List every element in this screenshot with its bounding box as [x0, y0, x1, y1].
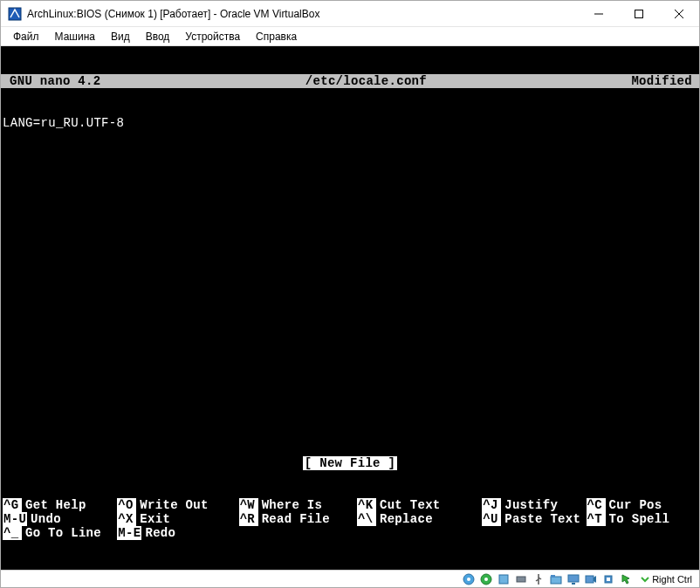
nano-modified: Modified [631, 74, 696, 88]
svg-point-6 [467, 578, 470, 581]
minimize-button[interactable] [579, 1, 619, 27]
menu-view[interactable]: Вид [104, 29, 137, 44]
menu-input[interactable]: Ввод [139, 29, 177, 44]
display-icon[interactable] [566, 572, 580, 586]
host-key-label: Right Ctrl [652, 574, 692, 585]
window-title: ArchLinux:BIOS (Снимок 1) [Работает] - O… [27, 8, 579, 20]
maximize-button[interactable] [619, 1, 659, 27]
guest-terminal[interactable]: GNU nano 4.2 /etc/locale.conf Modified L… [1, 46, 699, 570]
svg-point-8 [484, 578, 488, 581]
cmd-to-spell: ^TTo Spell [587, 512, 697, 526]
menu-devices[interactable]: Устройства [178, 29, 247, 44]
shared-folders-icon[interactable] [549, 572, 563, 586]
svg-rect-14 [572, 583, 575, 585]
audio-icon[interactable] [497, 572, 511, 586]
svg-rect-11 [551, 577, 561, 584]
cmd-read-file: ^RRead File [239, 512, 357, 526]
nano-line-1: LANG=ru_RU.UTF-8 [3, 116, 124, 130]
recording-icon[interactable] [584, 572, 598, 586]
menubar: Файл Машина Вид Ввод Устройства Справка [1, 27, 699, 46]
svg-rect-9 [499, 575, 508, 584]
menu-machine[interactable]: Машина [48, 29, 102, 44]
svg-rect-13 [568, 575, 579, 582]
window-titlebar: ArchLinux:BIOS (Снимок 1) [Работает] - O… [1, 1, 699, 27]
network-icon[interactable] [514, 572, 528, 586]
optical-icon[interactable] [479, 572, 493, 586]
cmd-where-is: ^WWhere Is [239, 498, 357, 512]
cmd-exit: ^XExit [117, 512, 238, 526]
nano-status: [ New File ] [1, 456, 699, 470]
cmd-redo: M-ERedo [117, 526, 238, 540]
cpu-icon[interactable] [601, 572, 615, 586]
cmd-write-out: ^OWrite Out [117, 498, 238, 512]
svg-rect-17 [607, 578, 610, 581]
cmd-cut-text: ^KCut Text [357, 498, 482, 512]
usb-icon[interactable] [532, 572, 546, 586]
nano-version: GNU nano 4.2 [4, 74, 100, 88]
cmd-undo: M-UUndo [3, 512, 117, 526]
keyboard-down-icon [640, 574, 650, 585]
cmd-go-to-line: ^_Go To Line [3, 526, 117, 540]
nano-header: GNU nano 4.2 /etc/locale.conf Modified [1, 74, 699, 88]
cmd-paste-text: ^UPaste Text [482, 512, 586, 526]
svg-rect-15 [586, 576, 594, 583]
svg-rect-2 [635, 10, 643, 17]
menu-file[interactable]: Файл [6, 29, 46, 44]
nano-shortcuts: ^GGet Help ^OWrite Out ^WWhere Is ^KCut … [1, 498, 699, 542]
cmd-cur-pos: ^CCur Pos [587, 498, 697, 512]
menu-help[interactable]: Справка [249, 29, 304, 44]
nano-buffer[interactable]: LANG=ru_RU.UTF-8 [1, 116, 699, 130]
vbox-statusbar: Right Ctrl [1, 570, 699, 587]
cmd-replace: ^\Replace [357, 512, 482, 526]
close-button[interactable] [659, 1, 699, 27]
host-key-indicator[interactable]: Right Ctrl [636, 574, 696, 585]
hdd-icon[interactable] [462, 572, 476, 586]
nano-filename: /etc/locale.conf [100, 74, 631, 88]
cmd-get-help: ^GGet Help [3, 498, 117, 512]
window-controls [579, 1, 699, 27]
mouse-integration-icon[interactable] [619, 572, 633, 586]
svg-rect-10 [517, 577, 525, 582]
svg-rect-12 [551, 575, 555, 578]
cmd-justify: ^JJustify [482, 498, 586, 512]
virtualbox-icon [8, 7, 22, 21]
nano-footer: [ New File ] ^GGet Help ^OWrite Out ^WWh… [1, 428, 699, 570]
